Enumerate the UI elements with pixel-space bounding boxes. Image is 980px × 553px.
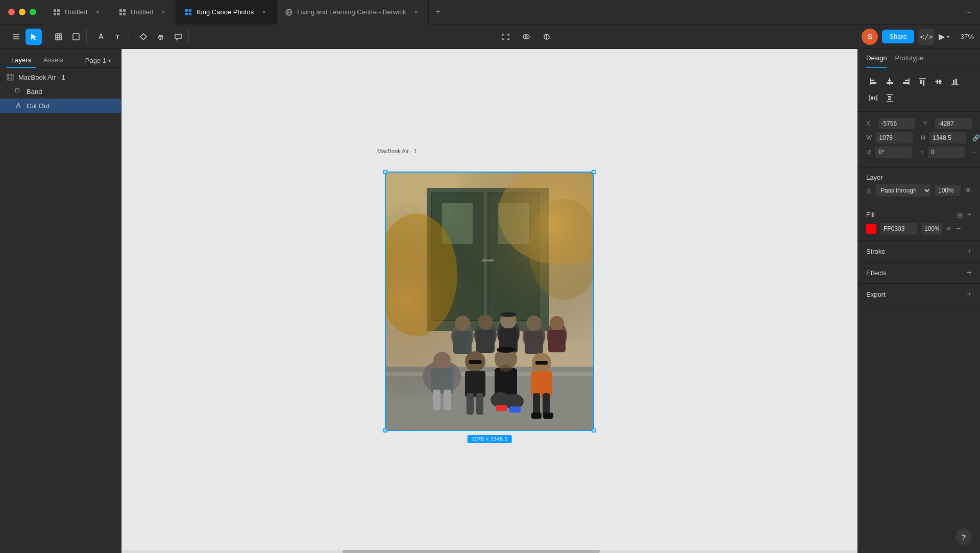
close-traffic-light[interactable] — [8, 9, 15, 15]
tab-2[interactable]: Untitled ✕ — [110, 0, 176, 25]
tab-3[interactable]: King Canoe Photos ✕ — [176, 0, 277, 25]
minimize-traffic-light[interactable] — [19, 9, 26, 15]
svg-rect-6 — [119, 13, 122, 15]
play-dropdown-button[interactable]: ▾ — [947, 34, 949, 39]
fill-visibility-button[interactable]: 👁 — [946, 225, 952, 232]
select-tool-button[interactable] — [26, 29, 42, 45]
design-tab[interactable]: Design — [866, 49, 887, 68]
fill-color-swatch[interactable] — [866, 224, 876, 234]
fill-add-button[interactable]: + — [966, 209, 972, 220]
align-right-button[interactable] — [899, 75, 913, 89]
tab-2-close[interactable]: ✕ — [159, 8, 167, 16]
left-panel: Layers Assets Page 1 ▾ MacBook Air - 1 ⊕… — [0, 49, 121, 553]
prototype-tab[interactable]: Prototype — [895, 49, 923, 68]
stroke-add-button[interactable]: + — [966, 246, 972, 257]
zoom-level[interactable]: 37% — [953, 33, 974, 40]
tab-4[interactable]: Living and Learning Centre - Berwick ✕ — [277, 0, 429, 25]
more-options-button[interactable]: ··· — [965, 8, 972, 17]
help-button[interactable]: ? — [955, 528, 972, 545]
effects-add-button[interactable]: + — [966, 268, 972, 278]
code-view-button[interactable]: </> — [918, 29, 935, 45]
svg-rect-2 — [54, 13, 56, 15]
component-tool-button[interactable] — [135, 29, 152, 45]
stroke-header[interactable]: Stroke + — [866, 246, 972, 257]
frame-tool-button[interactable] — [51, 29, 67, 45]
fill-opacity-input[interactable] — [921, 223, 942, 234]
shape-tool-button[interactable] — [68, 29, 84, 45]
distribute-v-button[interactable] — [883, 91, 897, 105]
page-selector[interactable]: Page 1 ▾ — [81, 57, 115, 64]
handle-bl[interactable] — [383, 428, 387, 432]
align-bottom-button[interactable] — [948, 75, 962, 89]
svg-point-25 — [101, 33, 102, 35]
tab-3-label: King Canoe Photos — [197, 8, 254, 16]
blend-mode-select[interactable]: Pass through — [875, 184, 931, 197]
maximize-traffic-light[interactable] — [30, 9, 36, 15]
effects-header[interactable]: Effects + — [866, 268, 972, 278]
h-input[interactable] — [929, 132, 966, 143]
comment-tool-button[interactable] — [170, 29, 186, 45]
menu-tool-button[interactable] — [8, 29, 24, 45]
align-middle-button[interactable] — [932, 75, 946, 89]
x-label: X — [866, 120, 874, 127]
align-buttons-row — [866, 75, 972, 105]
align-top-button[interactable] — [915, 75, 929, 89]
layer-visibility-button[interactable]: 👁 — [965, 186, 972, 195]
distribute-h-button[interactable] — [866, 91, 880, 105]
pen-tool-button[interactable] — [93, 29, 109, 45]
fill-hex-input[interactable] — [880, 223, 917, 234]
y-input[interactable] — [935, 118, 972, 129]
play-button[interactable]: ▶ — [939, 32, 945, 41]
export-add-button[interactable]: + — [966, 289, 972, 300]
canvas-scrollbar-thumb[interactable] — [342, 550, 600, 553]
align-left-button[interactable] — [866, 75, 880, 89]
fill-grid-icon[interactable]: ⊞ — [957, 211, 963, 219]
component-icon[interactable]: ⊕ — [101, 74, 106, 81]
canvas-scrollbar-h[interactable] — [121, 550, 857, 553]
svg-rect-10 — [185, 13, 188, 15]
canvas-area[interactable]: MacBook Air - 1 — [121, 49, 857, 553]
text-tool-button[interactable]: T — [110, 29, 127, 45]
assets-tab[interactable]: Assets — [38, 53, 68, 68]
effects-section: Effects + — [858, 262, 980, 284]
lock-ratio-icon[interactable]: 🔗 — [972, 134, 980, 141]
page-chevron-icon: ▾ — [108, 58, 111, 63]
corner-radius-input[interactable] — [928, 147, 965, 158]
rotation-icon: ↺ — [866, 149, 871, 156]
handle-tl[interactable] — [383, 170, 387, 174]
selected-element[interactable]: 1078 × 1348.5 — [386, 173, 593, 430]
panel-tabs: Layers Assets Page 1 ▾ — [0, 49, 121, 68]
user-avatar[interactable]: S — [862, 29, 878, 45]
handle-br[interactable] — [592, 428, 596, 432]
layer-band[interactable]: Band — [0, 84, 121, 99]
layers-tab[interactable]: Layers — [6, 53, 36, 68]
resize-icon[interactable] — [498, 29, 514, 45]
align-section — [858, 68, 980, 112]
new-tab-button[interactable]: + — [429, 0, 447, 25]
blend-mode-icon: ◎ — [866, 187, 871, 194]
align-center-h-button[interactable] — [883, 75, 897, 89]
more-props-icon[interactable]: ··· — [971, 148, 977, 156]
layer-cutout-name: Cut Out — [27, 102, 115, 110]
mask-icon[interactable] — [518, 29, 534, 45]
tab-1-close[interactable]: ✕ — [93, 8, 102, 16]
fill-remove-button[interactable]: − — [956, 224, 961, 233]
svg-rect-95 — [870, 80, 874, 81]
share-button[interactable]: Share — [882, 30, 914, 43]
w-input[interactable] — [876, 132, 913, 143]
layer-macbook-air[interactable]: MacBook Air - 1 ⊕ 👁 — [0, 70, 121, 84]
tab-1[interactable]: Untitled ✕ — [44, 0, 110, 25]
tab-4-close[interactable]: ✕ — [412, 8, 420, 16]
theme-icon[interactable] — [538, 29, 555, 45]
hand-tool-button[interactable] — [153, 29, 169, 45]
layer-cutout[interactable]: Cut Out — [0, 99, 121, 113]
svg-rect-3 — [57, 13, 60, 15]
toolbar-center-tools — [193, 29, 860, 45]
export-header[interactable]: Export + — [866, 289, 972, 300]
handle-tr[interactable] — [592, 170, 596, 174]
eye-icon[interactable]: 👁 — [109, 74, 115, 81]
opacity-input[interactable] — [935, 185, 961, 196]
tab-3-close[interactable]: ✕ — [260, 8, 268, 16]
x-input[interactable] — [878, 118, 915, 129]
rotation-input[interactable] — [875, 147, 912, 158]
